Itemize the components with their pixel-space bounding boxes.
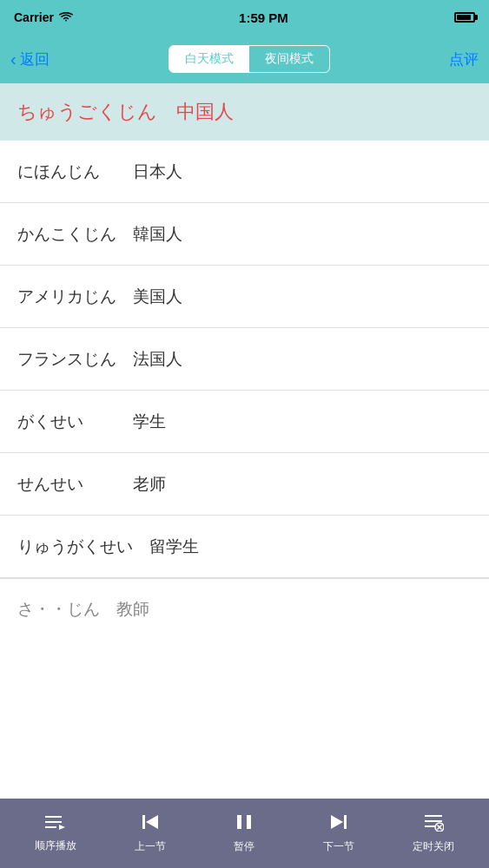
current-item-text: ちゅうごくじん 中国人 (17, 101, 234, 122)
list-item[interactable]: せんせい 老师 (0, 453, 489, 516)
status-bar: Carrier 1:59 PM (0, 0, 489, 35)
list-item[interactable]: にほんじん 日本人 (0, 141, 489, 203)
svg-rect-7 (247, 815, 251, 829)
back-label: 返回 (20, 49, 50, 69)
timer-close-button[interactable]: 定时关闭 (386, 812, 480, 854)
list-item[interactable]: かんこくじん 韓国人 (0, 203, 489, 266)
list-item[interactable]: がくせい 学生 (0, 391, 489, 453)
nav-bar: ‹ 返回 白天模式 夜间模式 点评 (0, 35, 489, 83)
toolbar: 顺序播放 上一节 暂停 下一节 (0, 799, 489, 868)
list-item[interactable]: アメリカじん 美国人 (0, 266, 489, 328)
svg-rect-4 (142, 815, 145, 829)
night-mode-button[interactable]: 夜间模式 (249, 46, 329, 72)
timer-close-icon (423, 812, 444, 835)
prev-section-label: 上一节 (135, 839, 166, 854)
timer-close-label: 定时关闭 (413, 839, 454, 854)
list-item[interactable]: フランスじん 法国人 (0, 328, 489, 391)
svg-rect-8 (344, 815, 347, 829)
pause-label: 暂停 (234, 839, 254, 854)
list-item[interactable]: りゅうがくせい 留学生 (0, 516, 489, 578)
day-night-segment: 白天模式 夜间模式 (169, 45, 330, 73)
back-button[interactable]: ‹ 返回 (10, 49, 50, 69)
next-section-icon (329, 812, 348, 835)
pause-button[interactable]: 暂停 (197, 812, 292, 854)
vocab-list: にほんじん 日本人 かんこくじん 韓国人 アメリカじん 美国人 フランスじん 法… (0, 141, 489, 799)
status-carrier: Carrier (14, 10, 73, 24)
next-section-label: 下一节 (323, 839, 354, 854)
svg-marker-9 (331, 815, 343, 829)
svg-marker-3 (59, 825, 65, 830)
day-mode-button[interactable]: 白天模式 (169, 46, 249, 72)
current-item: ちゅうごくじん 中国人 (0, 83, 489, 141)
svg-marker-5 (146, 815, 158, 829)
wifi-icon (59, 12, 73, 23)
status-battery (454, 12, 475, 23)
svg-rect-6 (237, 815, 241, 829)
chevron-left-icon: ‹ (10, 49, 17, 69)
status-time: 1:59 PM (239, 10, 288, 25)
review-button[interactable]: 点评 (449, 49, 479, 69)
prev-section-icon (141, 812, 160, 835)
prev-section-button[interactable]: 上一节 (103, 812, 198, 854)
sequential-play-button[interactable]: 顺序播放 (9, 813, 103, 853)
list-item-partial: さ・・じん 教師 (0, 578, 489, 629)
sequential-play-icon (44, 813, 67, 834)
pause-icon (235, 812, 254, 835)
next-section-button[interactable]: 下一节 (292, 812, 387, 854)
sequential-play-label: 顺序播放 (35, 838, 76, 853)
battery-icon (454, 12, 475, 23)
